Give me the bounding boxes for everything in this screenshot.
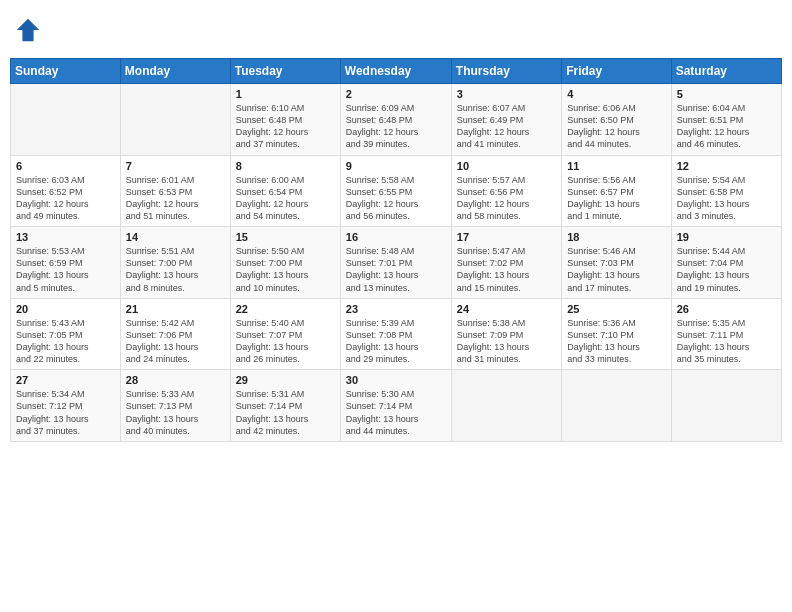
calendar-cell: 9Sunrise: 5:58 AM Sunset: 6:55 PM Daylig… — [340, 155, 451, 227]
calendar-cell: 24Sunrise: 5:38 AM Sunset: 7:09 PM Dayli… — [451, 298, 561, 370]
calendar-cell: 27Sunrise: 5:34 AM Sunset: 7:12 PM Dayli… — [11, 370, 121, 442]
calendar-cell: 19Sunrise: 5:44 AM Sunset: 7:04 PM Dayli… — [671, 227, 781, 299]
calendar-table: SundayMondayTuesdayWednesdayThursdayFrid… — [10, 58, 782, 442]
calendar-week-row: 20Sunrise: 5:43 AM Sunset: 7:05 PM Dayli… — [11, 298, 782, 370]
day-number: 11 — [567, 160, 665, 172]
calendar-cell: 21Sunrise: 5:42 AM Sunset: 7:06 PM Dayli… — [120, 298, 230, 370]
weekday-header-saturday: Saturday — [671, 59, 781, 84]
calendar-cell: 12Sunrise: 5:54 AM Sunset: 6:58 PM Dayli… — [671, 155, 781, 227]
calendar-cell: 26Sunrise: 5:35 AM Sunset: 7:11 PM Dayli… — [671, 298, 781, 370]
day-number: 2 — [346, 88, 446, 100]
calendar-cell: 25Sunrise: 5:36 AM Sunset: 7:10 PM Dayli… — [562, 298, 671, 370]
day-number: 4 — [567, 88, 665, 100]
calendar-cell: 6Sunrise: 6:03 AM Sunset: 6:52 PM Daylig… — [11, 155, 121, 227]
svg-marker-0 — [17, 19, 39, 41]
day-number: 12 — [677, 160, 776, 172]
day-info: Sunrise: 5:42 AM Sunset: 7:06 PM Dayligh… — [126, 317, 225, 366]
day-number: 25 — [567, 303, 665, 315]
weekday-header-monday: Monday — [120, 59, 230, 84]
day-info: Sunrise: 6:07 AM Sunset: 6:49 PM Dayligh… — [457, 102, 556, 151]
day-info: Sunrise: 5:51 AM Sunset: 7:00 PM Dayligh… — [126, 245, 225, 294]
day-info: Sunrise: 6:04 AM Sunset: 6:51 PM Dayligh… — [677, 102, 776, 151]
calendar-cell: 20Sunrise: 5:43 AM Sunset: 7:05 PM Dayli… — [11, 298, 121, 370]
day-info: Sunrise: 5:31 AM Sunset: 7:14 PM Dayligh… — [236, 388, 335, 437]
calendar-cell — [451, 370, 561, 442]
logo — [14, 16, 44, 44]
calendar-cell: 1Sunrise: 6:10 AM Sunset: 6:48 PM Daylig… — [230, 84, 340, 156]
day-number: 29 — [236, 374, 335, 386]
calendar-cell: 22Sunrise: 5:40 AM Sunset: 7:07 PM Dayli… — [230, 298, 340, 370]
day-number: 30 — [346, 374, 446, 386]
weekday-header-row: SundayMondayTuesdayWednesdayThursdayFrid… — [11, 59, 782, 84]
day-info: Sunrise: 5:57 AM Sunset: 6:56 PM Dayligh… — [457, 174, 556, 223]
calendar-cell: 15Sunrise: 5:50 AM Sunset: 7:00 PM Dayli… — [230, 227, 340, 299]
day-number: 24 — [457, 303, 556, 315]
day-info: Sunrise: 5:46 AM Sunset: 7:03 PM Dayligh… — [567, 245, 665, 294]
calendar-cell: 13Sunrise: 5:53 AM Sunset: 6:59 PM Dayli… — [11, 227, 121, 299]
day-info: Sunrise: 5:33 AM Sunset: 7:13 PM Dayligh… — [126, 388, 225, 437]
calendar-cell: 5Sunrise: 6:04 AM Sunset: 6:51 PM Daylig… — [671, 84, 781, 156]
day-number: 16 — [346, 231, 446, 243]
calendar-cell: 29Sunrise: 5:31 AM Sunset: 7:14 PM Dayli… — [230, 370, 340, 442]
day-number: 7 — [126, 160, 225, 172]
day-number: 28 — [126, 374, 225, 386]
day-info: Sunrise: 5:30 AM Sunset: 7:14 PM Dayligh… — [346, 388, 446, 437]
day-number: 27 — [16, 374, 115, 386]
day-info: Sunrise: 6:09 AM Sunset: 6:48 PM Dayligh… — [346, 102, 446, 151]
day-number: 6 — [16, 160, 115, 172]
weekday-header-friday: Friday — [562, 59, 671, 84]
day-info: Sunrise: 5:36 AM Sunset: 7:10 PM Dayligh… — [567, 317, 665, 366]
calendar-cell: 3Sunrise: 6:07 AM Sunset: 6:49 PM Daylig… — [451, 84, 561, 156]
calendar-cell: 4Sunrise: 6:06 AM Sunset: 6:50 PM Daylig… — [562, 84, 671, 156]
calendar-cell: 10Sunrise: 5:57 AM Sunset: 6:56 PM Dayli… — [451, 155, 561, 227]
calendar-week-row: 13Sunrise: 5:53 AM Sunset: 6:59 PM Dayli… — [11, 227, 782, 299]
weekday-header-thursday: Thursday — [451, 59, 561, 84]
page-header — [10, 10, 782, 50]
day-number: 9 — [346, 160, 446, 172]
day-number: 22 — [236, 303, 335, 315]
day-info: Sunrise: 6:06 AM Sunset: 6:50 PM Dayligh… — [567, 102, 665, 151]
calendar-cell: 16Sunrise: 5:48 AM Sunset: 7:01 PM Dayli… — [340, 227, 451, 299]
day-info: Sunrise: 5:54 AM Sunset: 6:58 PM Dayligh… — [677, 174, 776, 223]
calendar-cell: 30Sunrise: 5:30 AM Sunset: 7:14 PM Dayli… — [340, 370, 451, 442]
day-number: 3 — [457, 88, 556, 100]
day-info: Sunrise: 5:43 AM Sunset: 7:05 PM Dayligh… — [16, 317, 115, 366]
calendar-cell: 2Sunrise: 6:09 AM Sunset: 6:48 PM Daylig… — [340, 84, 451, 156]
day-number: 20 — [16, 303, 115, 315]
day-number: 1 — [236, 88, 335, 100]
weekday-header-sunday: Sunday — [11, 59, 121, 84]
day-number: 17 — [457, 231, 556, 243]
day-number: 14 — [126, 231, 225, 243]
day-info: Sunrise: 5:44 AM Sunset: 7:04 PM Dayligh… — [677, 245, 776, 294]
day-info: Sunrise: 5:38 AM Sunset: 7:09 PM Dayligh… — [457, 317, 556, 366]
day-info: Sunrise: 5:58 AM Sunset: 6:55 PM Dayligh… — [346, 174, 446, 223]
day-info: Sunrise: 6:10 AM Sunset: 6:48 PM Dayligh… — [236, 102, 335, 151]
weekday-header-wednesday: Wednesday — [340, 59, 451, 84]
day-number: 18 — [567, 231, 665, 243]
calendar-cell: 28Sunrise: 5:33 AM Sunset: 7:13 PM Dayli… — [120, 370, 230, 442]
day-number: 21 — [126, 303, 225, 315]
calendar-week-row: 6Sunrise: 6:03 AM Sunset: 6:52 PM Daylig… — [11, 155, 782, 227]
calendar-cell — [671, 370, 781, 442]
calendar-cell: 23Sunrise: 5:39 AM Sunset: 7:08 PM Dayli… — [340, 298, 451, 370]
logo-icon — [14, 16, 42, 44]
day-info: Sunrise: 5:56 AM Sunset: 6:57 PM Dayligh… — [567, 174, 665, 223]
calendar-cell: 18Sunrise: 5:46 AM Sunset: 7:03 PM Dayli… — [562, 227, 671, 299]
day-info: Sunrise: 5:35 AM Sunset: 7:11 PM Dayligh… — [677, 317, 776, 366]
day-info: Sunrise: 5:39 AM Sunset: 7:08 PM Dayligh… — [346, 317, 446, 366]
day-info: Sunrise: 5:48 AM Sunset: 7:01 PM Dayligh… — [346, 245, 446, 294]
day-number: 19 — [677, 231, 776, 243]
day-number: 8 — [236, 160, 335, 172]
calendar-cell: 11Sunrise: 5:56 AM Sunset: 6:57 PM Dayli… — [562, 155, 671, 227]
day-info: Sunrise: 5:53 AM Sunset: 6:59 PM Dayligh… — [16, 245, 115, 294]
day-info: Sunrise: 5:40 AM Sunset: 7:07 PM Dayligh… — [236, 317, 335, 366]
day-number: 26 — [677, 303, 776, 315]
day-number: 23 — [346, 303, 446, 315]
calendar-week-row: 1Sunrise: 6:10 AM Sunset: 6:48 PM Daylig… — [11, 84, 782, 156]
day-number: 5 — [677, 88, 776, 100]
day-info: Sunrise: 5:34 AM Sunset: 7:12 PM Dayligh… — [16, 388, 115, 437]
calendar-cell — [562, 370, 671, 442]
calendar-week-row: 27Sunrise: 5:34 AM Sunset: 7:12 PM Dayli… — [11, 370, 782, 442]
calendar-cell — [120, 84, 230, 156]
day-info: Sunrise: 5:50 AM Sunset: 7:00 PM Dayligh… — [236, 245, 335, 294]
